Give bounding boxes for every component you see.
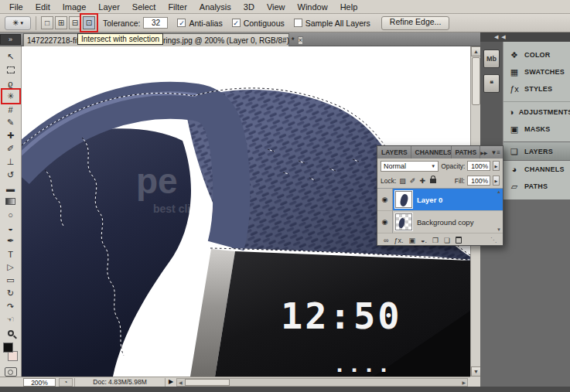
tool-preset-button[interactable]: ✳ ▾ <box>5 16 31 30</box>
layers-list-scroll[interactable]: ▲ ▼ <box>496 189 502 232</box>
dock-panel-button[interactable]: ◕ CHANNELS <box>503 161 570 178</box>
menu-item[interactable]: View <box>261 2 292 12</box>
visibility-eye-icon[interactable]: ◉ <box>377 211 393 233</box>
tool-button[interactable]: ✒ <box>2 234 20 247</box>
tool-button[interactable]: ✚ <box>2 129 20 142</box>
vertical-scroll-thumb[interactable] <box>472 57 480 105</box>
zoom-level-input[interactable]: 200% <box>23 378 56 387</box>
contiguous-checkbox[interactable]: ✓ Contiguous <box>232 19 285 28</box>
tool-button[interactable]: ◒ <box>2 221 20 234</box>
tool-button[interactable]: ↷ <box>2 300 20 313</box>
tool-button[interactable]: ⊥ <box>2 155 20 169</box>
tab-paths[interactable]: PATHS <box>452 146 481 159</box>
status-flyout-arrow[interactable]: ▶ <box>169 378 173 385</box>
fill-spinner[interactable]: ▶ <box>493 176 500 186</box>
tool-button[interactable]: ✐ <box>2 142 20 155</box>
tool-icon: # <box>8 105 12 114</box>
layer-thumbnail[interactable] <box>395 213 412 230</box>
cs-live-icon[interactable]: ❝ <box>483 74 500 93</box>
dock-panel-button[interactable]: ▣ MASKS <box>503 121 570 138</box>
menu-item[interactable]: 3D <box>237 2 261 12</box>
lock-all-icon[interactable] <box>430 179 436 183</box>
tab-channels[interactable]: CHANNELS <box>411 146 452 159</box>
layer-style-fx-icon[interactable]: ƒx. <box>394 237 403 244</box>
tool-button[interactable] <box>2 63 20 77</box>
menu-item[interactable]: Analysis <box>193 2 237 12</box>
tab-overflow-chevron[interactable]: » <box>0 34 21 45</box>
dock-panel-list: ❖ COLOR ▦ SWATCHES ƒx STYLES ◑ ADJUSTMEN… <box>503 42 570 199</box>
lock-position-icon[interactable]: ✚ <box>419 177 425 185</box>
tolerance-input[interactable]: 32 <box>143 17 168 29</box>
menu-item[interactable]: Help <box>334 2 364 12</box>
refine-edge-button[interactable]: Refine Edge... <box>381 16 450 30</box>
tool-button[interactable]: ☜ <box>2 313 20 326</box>
panel-chevrons-icon[interactable]: ▶▶ <box>480 150 487 155</box>
scroll-up-arrow[interactable]: ▲ <box>497 189 501 194</box>
horizontal-scrollbar[interactable]: ◀ ▶ <box>176 378 468 387</box>
tool-button[interactable] <box>2 195 20 208</box>
menu-item[interactable]: Select <box>126 2 162 12</box>
menu-item[interactable]: File <box>3 2 29 12</box>
new-group-icon[interactable]: ❐ <box>432 237 439 244</box>
tool-button[interactable] <box>2 326 20 339</box>
tool-button[interactable]: # <box>2 103 20 116</box>
menu-item[interactable]: Image <box>56 2 93 12</box>
blend-mode-select[interactable]: Normal ▼ <box>381 161 439 172</box>
dock-collapse-header[interactable]: ◀ ◀ <box>480 32 570 42</box>
dock-panel-button[interactable]: ◑ ADJUSTMENTS <box>503 101 570 121</box>
selection-mode-button[interactable]: □ <box>41 16 53 29</box>
layer-row[interactable]: ◉ Background copy <box>377 211 503 233</box>
tool-button[interactable]: ○ <box>2 208 20 221</box>
link-layers-icon[interactable]: ∞ <box>384 237 388 244</box>
tab-layers[interactable]: LAYERS <box>377 146 411 159</box>
selection-mode-button[interactable]: ⊞ <box>55 16 67 29</box>
tool-button[interactable]: ↻ <box>2 287 20 300</box>
horizontal-scroll-thumb[interactable] <box>185 379 230 386</box>
dock-panel-button[interactable]: ▱ PATHS <box>503 178 570 195</box>
menu-item[interactable]: Filter <box>162 2 193 12</box>
tool-icon: ↖ <box>7 52 14 62</box>
tool-button[interactable]: ▷ <box>2 261 20 274</box>
tool-button[interactable]: ▬ <box>2 182 20 195</box>
dock-panel-button[interactable]: ▦ SWATCHES <box>503 63 570 80</box>
lock-pixels-icon[interactable]: ✐ <box>410 177 416 185</box>
dock-panel-button[interactable]: ❏ LAYERS <box>503 141 570 161</box>
tool-button[interactable]: ✳ <box>2 90 20 103</box>
visibility-eye-icon[interactable]: ◉ <box>377 189 393 211</box>
selection-mode-button[interactable]: ⊡ <box>83 16 95 29</box>
panel-menu-icon[interactable]: ▼≡ <box>490 149 500 156</box>
adjustment-layer-icon[interactable]: ◒. <box>421 237 427 244</box>
foreground-color-swatch[interactable] <box>3 343 13 353</box>
scroll-left-arrow[interactable]: ◀ <box>179 380 183 385</box>
layer-thumbnail[interactable] <box>395 191 412 208</box>
menu-item[interactable]: Layer <box>92 2 126 12</box>
quick-mask-button[interactable] <box>5 367 17 377</box>
new-layer-icon[interactable]: ❏ <box>444 237 450 244</box>
layer-name[interactable]: Background copy <box>417 218 473 227</box>
fill-value[interactable]: 100% <box>467 176 490 186</box>
opacity-spinner[interactable]: ▶ <box>493 161 500 171</box>
layer-mask-icon[interactable]: ▣ <box>408 237 415 244</box>
opacity-value[interactable]: 100% <box>467 161 490 171</box>
tool-button[interactable]: ▭ <box>2 274 20 287</box>
layer-row[interactable]: ◉ Layer 0 <box>377 189 503 211</box>
dock-panel-icon: ❏ <box>509 147 520 157</box>
menu-item[interactable]: Window <box>292 2 334 12</box>
tool-button[interactable]: ↖ <box>2 50 20 63</box>
scroll-right-arrow[interactable]: ▶ <box>462 380 466 385</box>
delete-layer-icon[interactable] <box>456 237 462 244</box>
sample-all-layers-checkbox[interactable]: Sample All Layers <box>294 19 370 28</box>
layer-name[interactable]: Layer 0 <box>417 196 442 204</box>
tool-button[interactable]: T <box>2 247 20 261</box>
close-icon[interactable]: × <box>298 36 303 45</box>
dock-panel-button[interactable]: ❖ COLOR <box>503 46 570 63</box>
tool-button[interactable]: ↺ <box>2 169 20 182</box>
mini-bridge-icon[interactable]: Mb <box>483 49 500 68</box>
resize-grip[interactable]: ⋱ <box>490 237 497 244</box>
tool-button[interactable]: ✎ <box>2 116 20 129</box>
lock-transparency-icon[interactable]: ▨ <box>399 177 406 185</box>
dock-panel-button[interactable]: ƒx STYLES <box>503 80 570 97</box>
scroll-down-arrow[interactable]: ▼ <box>496 227 502 232</box>
menu-item[interactable]: Edit <box>29 2 56 12</box>
anti-alias-checkbox[interactable]: ✓ Anti-alias <box>177 19 222 28</box>
